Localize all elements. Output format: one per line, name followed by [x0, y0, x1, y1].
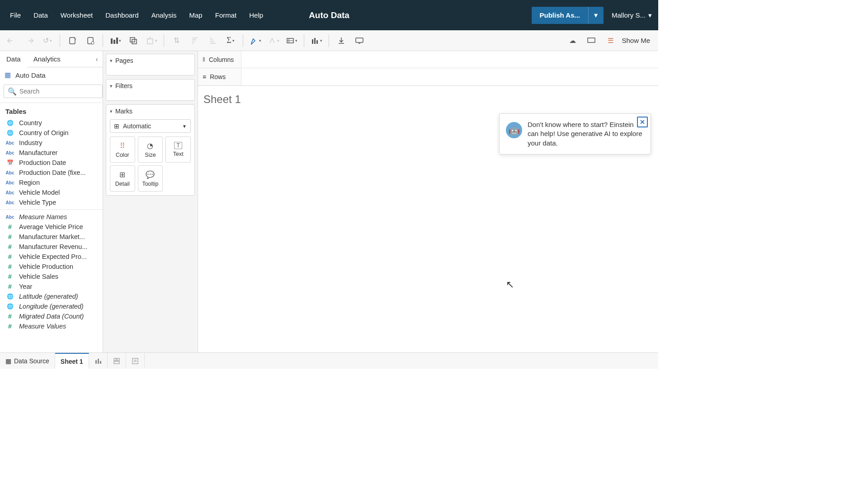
new-story-tab[interactable] [126, 353, 145, 369]
swap-button[interactable]: ⇅ [169, 33, 184, 48]
sort-desc-button[interactable] [205, 33, 220, 48]
menu-format[interactable]: Format [209, 3, 243, 27]
showme-icon[interactable]: ☰ [603, 33, 618, 48]
datasource-row[interactable]: ▦ Auto Data [0, 67, 103, 82]
menu-map[interactable]: Map [183, 3, 209, 27]
field-label: Vehicle Production [19, 263, 73, 270]
marks-tooltip[interactable]: 💬Tooltip [138, 165, 163, 192]
field-item[interactable]: 🌐Country [0, 118, 103, 128]
sort-asc-button[interactable] [187, 33, 202, 48]
new-dashboard-tab[interactable] [108, 353, 126, 369]
sheet1-tab[interactable]: Sheet 1 [55, 353, 89, 369]
field-item[interactable]: 🌐Latitude (generated) [0, 291, 103, 301]
marks-size[interactable]: ◔Size [138, 136, 163, 163]
svg-rect-21 [132, 358, 138, 364]
filters-card[interactable]: ▾Filters [106, 79, 195, 101]
rows-shelf[interactable]: ≡Rows [198, 68, 658, 85]
download-button[interactable] [334, 33, 349, 48]
menu-data[interactable]: Data [27, 3, 54, 27]
new-worksheet-tab[interactable] [89, 353, 108, 369]
group-button[interactable]: ▾ [266, 33, 281, 48]
menu-analysis[interactable]: Analysis [145, 3, 183, 27]
field-item[interactable]: AbcVehicle Type [0, 197, 103, 207]
new-worksheet-button[interactable]: ▾ [108, 33, 123, 48]
svg-rect-3 [111, 38, 113, 44]
columns-shelf[interactable]: ⦀Columns [198, 51, 658, 68]
field-item[interactable]: #Average Vehicle Price [0, 222, 103, 232]
svg-rect-4 [113, 40, 115, 44]
present-button[interactable] [352, 33, 367, 48]
globe-icon: 🌐 [5, 293, 14, 300]
field-label: Manufacturer [19, 149, 57, 156]
field-item[interactable]: AbcRegion [0, 178, 103, 188]
columns-drop[interactable] [241, 51, 658, 68]
svg-rect-5 [116, 38, 118, 44]
tab-analytics[interactable]: Analytics [27, 51, 67, 67]
marks-type-select[interactable]: ⊞Automatic ▼ [110, 119, 191, 133]
search-field[interactable] [19, 88, 99, 95]
new-data-button[interactable] [65, 33, 80, 48]
redo-button[interactable] [22, 33, 37, 48]
pages-card[interactable]: ▾Pages [106, 54, 195, 75]
rows-drop[interactable] [241, 68, 658, 85]
undo-button[interactable] [4, 33, 19, 48]
user-menu[interactable]: Mallory S...▾ [612, 11, 652, 19]
field-item[interactable]: #Year [0, 282, 103, 291]
datasource-tab[interactable]: ▦Data Source [0, 353, 55, 369]
close-popup-button[interactable]: ✕ [637, 117, 648, 127]
tab-data[interactable]: Data [0, 51, 27, 67]
revert-button[interactable]: ↺▾ [40, 33, 55, 48]
showme-label[interactable]: Show Me [622, 37, 650, 44]
globe-icon: 🌐 [5, 120, 14, 126]
menu-file[interactable]: File [4, 3, 27, 27]
field-list: 🌐Country🌐Country of OriginAbcIndustryAbc… [0, 118, 103, 352]
labels-button[interactable]: ▾ [284, 33, 299, 48]
menu-worksheet[interactable]: Worksheet [54, 3, 99, 27]
field-item[interactable]: #Vehicle Sales [0, 272, 103, 282]
marks-text[interactable]: TText [165, 136, 191, 163]
field-item[interactable]: #Vehicle Production [0, 262, 103, 272]
highlight-button[interactable]: ▾ [248, 33, 263, 48]
presentation-icon[interactable] [584, 33, 599, 48]
field-item[interactable]: AbcIndustry [0, 138, 103, 148]
field-item[interactable]: 🌐Longitude (generated) [0, 301, 103, 311]
globe-icon: 🌐 [5, 303, 14, 310]
marks-select-label: Automatic [123, 122, 151, 130]
field-label: Manufacturer Market... [19, 233, 85, 240]
duplicate-button[interactable] [126, 33, 141, 48]
field-label: Production Date [19, 159, 66, 166]
search-input[interactable]: 🔍 [4, 84, 103, 98]
field-item[interactable]: #Vehicle Expected Pro... [0, 252, 103, 262]
menu-dashboard[interactable]: Dashboard [99, 3, 145, 27]
workbook-title: Auto Data [309, 10, 349, 20]
pause-updates-button[interactable] [83, 33, 98, 48]
field-item[interactable]: #Manufacturer Revenu... [0, 242, 103, 252]
cal-icon: 📅 [5, 160, 14, 166]
field-item[interactable]: #Migrated Data (Count) [0, 311, 103, 321]
tooltip-icon: 💬 [146, 170, 155, 179]
field-item[interactable]: AbcProduction Date (fixe... [0, 168, 103, 178]
fit-button[interactable]: ▾ [309, 33, 324, 48]
chevron-down-icon: ▾ [110, 58, 113, 64]
field-item[interactable]: AbcManufacturer [0, 148, 103, 158]
publish-caret-icon[interactable]: ▾ [588, 7, 604, 24]
totals-button[interactable]: Σ▾ [223, 33, 238, 48]
data-guide-icon[interactable]: ☁ [565, 33, 580, 48]
field-item[interactable]: 🌐Country of Origin [0, 128, 103, 138]
field-item[interactable]: #Measure Values [0, 321, 103, 331]
clear-button[interactable]: ▾ [144, 33, 159, 48]
sheet-title[interactable]: Sheet 1 [203, 93, 653, 106]
field-item[interactable]: 📅Production Date [0, 158, 103, 168]
collapse-pane-icon[interactable]: ‹ [91, 56, 103, 63]
pages-label: Pages [115, 57, 133, 64]
publish-button[interactable]: Publish As... ▾ [532, 7, 604, 24]
field-item[interactable]: #Manufacturer Market... [0, 232, 103, 242]
field-item[interactable]: AbcVehicle Model [0, 188, 103, 197]
field-label: Production Date (fixe... [19, 169, 86, 176]
marks-color[interactable]: ⠿Color [110, 136, 135, 163]
marks-detail[interactable]: ⊞Detail [110, 165, 135, 192]
field-item[interactable]: AbcMeasure Names [0, 209, 103, 222]
canvas: ⦀Columns ≡Rows Sheet 1 ↖ 🤖 Don't know wh… [198, 51, 658, 352]
menu-help[interactable]: Help [243, 3, 269, 27]
hash-icon: # [5, 253, 14, 260]
